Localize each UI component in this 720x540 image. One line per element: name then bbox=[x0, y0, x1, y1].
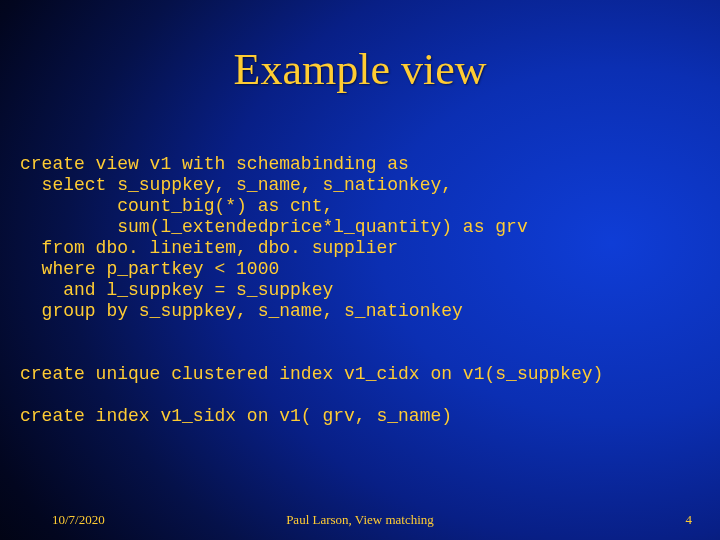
footer-page-number: 4 bbox=[686, 512, 693, 528]
slide-footer: 10/7/2020 Paul Larson, View matching 4 bbox=[0, 508, 720, 528]
slide: Example view create view v1 with schemab… bbox=[0, 0, 720, 540]
slide-body-code: create view v1 with schemabinding as sel… bbox=[20, 154, 716, 427]
slide-title: Example view bbox=[0, 44, 720, 95]
footer-author: Paul Larson, View matching bbox=[0, 512, 720, 528]
